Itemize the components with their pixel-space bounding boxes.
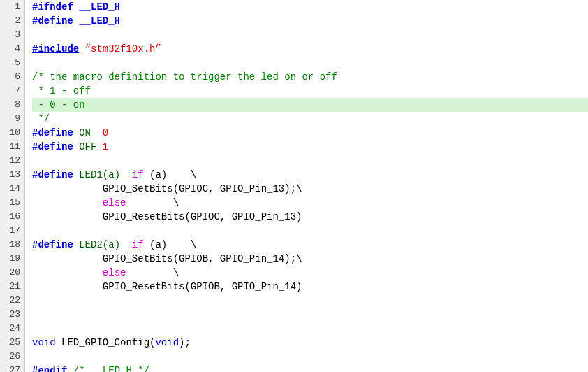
code-line: [32, 56, 588, 70]
line-number: 2: [4, 14, 20, 28]
code-line: #define LED2(a) if (a) \: [32, 238, 588, 252]
token: 1: [103, 141, 108, 152]
line-number: 3: [4, 28, 20, 42]
token: #define: [32, 239, 73, 250]
line-number: 1: [4, 0, 20, 14]
line-number: 19: [4, 252, 20, 266]
token: \: [126, 197, 179, 208]
code-line: else \: [32, 266, 588, 280]
token: GPIO_ResetBits(GPIOB, GPIO_Pin_14): [32, 281, 302, 292]
token: (a) \: [144, 239, 197, 250]
code-line: * 1 - off: [32, 84, 588, 98]
line-number: 22: [4, 294, 20, 308]
code-line: #define OFF 1: [32, 140, 588, 154]
line-number-gutter: 1234567891011121314151617181920212223242…: [0, 0, 25, 372]
line-number: 8: [4, 98, 20, 112]
token: * 1 - off: [32, 85, 91, 96]
code-content[interactable]: #ifndef __LED_H#define __LED_H #include …: [25, 0, 588, 372]
code-line: GPIO_ResetBits(GPIOC, GPIO_Pin_13): [32, 210, 588, 224]
token: OFF: [79, 141, 96, 152]
token: GPIO_ResetBits(GPIOC, GPIO_Pin_13): [32, 211, 302, 222]
token: 0: [103, 127, 108, 138]
token: /* the macro definition to trigger the l…: [32, 71, 337, 83]
token: #define __LED_H: [32, 15, 120, 27]
token: LED1(a): [79, 169, 120, 180]
token: #ifndef __LED_H: [32, 1, 120, 13]
code-line: #ifndef __LED_H: [32, 0, 588, 14]
code-line: [32, 28, 588, 42]
token: [73, 141, 79, 152]
token: else: [103, 197, 126, 208]
token: /* __LED_H */: [73, 365, 149, 372]
line-number: 23: [4, 308, 20, 322]
token: if: [132, 169, 144, 180]
token: [96, 141, 102, 152]
token: [91, 127, 103, 138]
line-number: 10: [4, 126, 20, 140]
token: \: [126, 267, 179, 278]
token: [120, 239, 132, 250]
line-number: 9: [4, 112, 20, 126]
code-line: [32, 308, 588, 322]
line-number: 15: [4, 196, 20, 210]
code-line: /* the macro definition to trigger the l…: [32, 70, 588, 84]
token: [32, 267, 103, 278]
token: GPIO_SetBits(GPIOC, GPIO_Pin_13);\: [32, 183, 302, 194]
line-number: 13: [4, 168, 20, 182]
token: else: [103, 267, 126, 278]
token: #include: [32, 43, 79, 55]
code-line: else \: [32, 196, 588, 210]
code-line: #endif /* __LED_H */: [32, 364, 588, 372]
line-number: 6: [4, 70, 20, 84]
code-line: [32, 294, 588, 308]
token: void: [155, 337, 179, 348]
token: if: [132, 239, 144, 250]
code-line: void LED_GPIO_Config(void);: [32, 336, 588, 350]
code-line: #define __LED_H: [32, 14, 588, 28]
token: #define: [32, 169, 73, 180]
code-line: - 0 - on: [32, 98, 588, 112]
line-number: 18: [4, 238, 20, 252]
line-number: 17: [4, 224, 20, 238]
token: );: [179, 337, 191, 348]
token: [32, 197, 103, 208]
code-line: #define ON 0: [32, 126, 588, 140]
code-line: GPIO_ResetBits(GPIOB, GPIO_Pin_14): [32, 280, 588, 294]
line-number: 24: [4, 322, 20, 336]
code-line: [32, 322, 588, 336]
token: [73, 239, 79, 250]
code-line: GPIO_SetBits(GPIOC, GPIO_Pin_13);\: [32, 182, 588, 196]
code-line: #define LED1(a) if (a) \: [32, 168, 588, 182]
line-number: 21: [4, 280, 20, 294]
line-number: 26: [4, 350, 20, 364]
line-number: 20: [4, 266, 20, 280]
token: [120, 169, 132, 180]
code-line: [32, 350, 588, 364]
line-number: 14: [4, 182, 20, 196]
line-number: 16: [4, 210, 20, 224]
token: “stm32f10x.h”: [85, 43, 161, 55]
code-editor: 1234567891011121314151617181920212223242…: [0, 0, 588, 372]
code-line: [32, 224, 588, 238]
token: #define: [32, 141, 73, 152]
code-line: [32, 154, 588, 168]
token: #define: [32, 127, 73, 138]
code-line: */: [32, 112, 588, 126]
code-line: #include “stm32f10x.h”: [32, 42, 588, 56]
token: - 0 - on: [32, 99, 85, 110]
code-line: GPIO_SetBits(GPIOB, GPIO_Pin_14);\: [32, 252, 588, 266]
token: GPIO_SetBits(GPIOB, GPIO_Pin_14);\: [32, 253, 302, 264]
token: LED2(a): [79, 239, 120, 250]
line-number: 27: [4, 364, 20, 372]
token: void: [32, 337, 56, 348]
token: */: [32, 113, 50, 124]
token: ON: [79, 127, 91, 138]
line-number: 25: [4, 336, 20, 350]
token: [67, 365, 73, 372]
line-number: 11: [4, 140, 20, 154]
line-number: 4: [4, 42, 20, 56]
token: LED_GPIO_Config(: [56, 337, 156, 348]
line-number: 5: [4, 56, 20, 70]
line-number: 12: [4, 154, 20, 168]
token: [79, 43, 84, 55]
